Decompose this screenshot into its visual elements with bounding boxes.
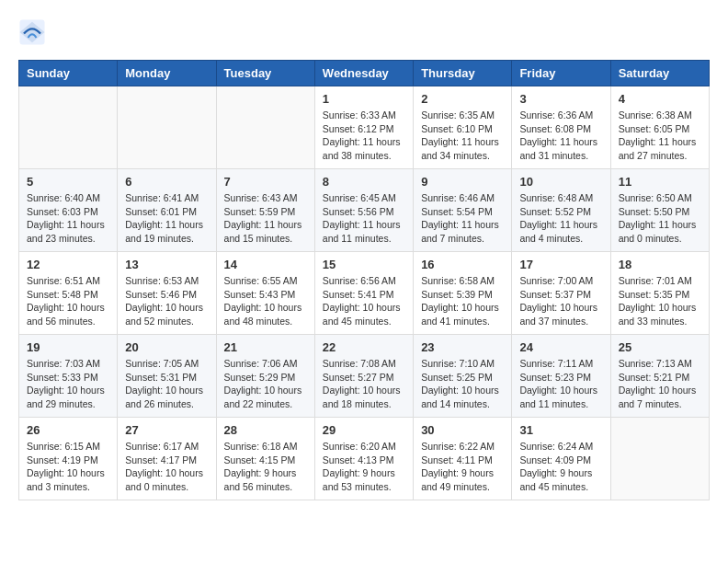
day-number: 13 — [125, 258, 208, 271]
day-info: Sunrise: 6:33 AM Sunset: 6:12 PM Dayligh… — [323, 109, 405, 163]
day-number: 27 — [125, 423, 208, 437]
day-number: 23 — [421, 340, 504, 354]
logo — [18, 18, 48, 46]
calendar-cell: 14Sunrise: 6:55 AM Sunset: 5:43 PM Dayli… — [216, 252, 314, 335]
day-number: 1 — [323, 92, 405, 106]
weekday-header-tuesday: Tuesday — [216, 61, 314, 86]
calendar-cell: 31Sunrise: 6:24 AM Sunset: 4:09 PM Dayli… — [512, 418, 610, 500]
day-number: 6 — [125, 175, 208, 189]
day-number: 20 — [125, 340, 208, 354]
day-info: Sunrise: 6:46 AM Sunset: 5:54 PM Dayligh… — [421, 191, 504, 246]
weekday-header-monday: Monday — [118, 61, 216, 86]
day-info: Sunrise: 6:18 AM Sunset: 4:15 PM Dayligh… — [224, 440, 307, 494]
day-number: 15 — [323, 258, 405, 271]
day-number: 21 — [224, 340, 307, 354]
week-row-3: 12Sunrise: 6:51 AM Sunset: 5:48 PM Dayli… — [19, 252, 710, 335]
calendar-cell: 29Sunrise: 6:20 AM Sunset: 4:13 PM Dayli… — [314, 418, 413, 500]
day-info: Sunrise: 7:05 AM Sunset: 5:31 PM Dayligh… — [125, 357, 208, 411]
day-number: 5 — [27, 175, 109, 189]
day-info: Sunrise: 6:48 AM Sunset: 5:52 PM Dayligh… — [519, 191, 602, 246]
day-info: Sunrise: 7:11 AM Sunset: 5:23 PM Dayligh… — [519, 357, 602, 411]
day-number: 25 — [619, 340, 701, 354]
day-info: Sunrise: 6:50 AM Sunset: 5:50 PM Dayligh… — [619, 191, 701, 246]
calendar-cell: 25Sunrise: 7:13 AM Sunset: 5:21 PM Dayli… — [610, 335, 709, 418]
calendar-cell: 12Sunrise: 6:51 AM Sunset: 5:48 PM Dayli… — [19, 252, 118, 335]
calendar-cell: 19Sunrise: 7:03 AM Sunset: 5:33 PM Dayli… — [19, 335, 118, 418]
day-number: 10 — [519, 175, 602, 189]
day-info: Sunrise: 6:58 AM Sunset: 5:39 PM Dayligh… — [421, 274, 504, 328]
weekday-header-sunday: Sunday — [19, 61, 118, 86]
day-info: Sunrise: 6:41 AM Sunset: 6:01 PM Dayligh… — [125, 191, 208, 246]
calendar-cell: 1Sunrise: 6:33 AM Sunset: 6:12 PM Daylig… — [314, 86, 413, 169]
weekday-header-saturday: Saturday — [610, 61, 709, 86]
calendar-cell: 22Sunrise: 7:08 AM Sunset: 5:27 PM Dayli… — [314, 335, 413, 418]
header-row: SundayMondayTuesdayWednesdayThursdayFrid… — [19, 61, 710, 86]
calendar-cell: 16Sunrise: 6:58 AM Sunset: 5:39 PM Dayli… — [414, 252, 512, 335]
calendar-cell — [118, 86, 216, 169]
calendar-cell: 10Sunrise: 6:48 AM Sunset: 5:52 PM Dayli… — [512, 169, 610, 252]
day-number: 3 — [519, 92, 602, 106]
week-row-4: 19Sunrise: 7:03 AM Sunset: 5:33 PM Dayli… — [19, 335, 710, 418]
day-number: 17 — [519, 258, 602, 271]
day-number: 2 — [421, 92, 504, 106]
day-info: Sunrise: 6:24 AM Sunset: 4:09 PM Dayligh… — [519, 440, 602, 494]
day-number: 29 — [323, 423, 405, 437]
day-info: Sunrise: 6:20 AM Sunset: 4:13 PM Dayligh… — [323, 440, 405, 494]
calendar-cell: 23Sunrise: 7:10 AM Sunset: 5:25 PM Dayli… — [414, 335, 512, 418]
calendar-cell: 21Sunrise: 7:06 AM Sunset: 5:29 PM Dayli… — [216, 335, 314, 418]
day-info: Sunrise: 7:10 AM Sunset: 5:25 PM Dayligh… — [421, 357, 504, 411]
day-info: Sunrise: 6:51 AM Sunset: 5:48 PM Dayligh… — [27, 274, 109, 328]
day-number: 11 — [619, 175, 701, 189]
day-info: Sunrise: 7:13 AM Sunset: 5:21 PM Dayligh… — [619, 357, 701, 411]
day-number: 18 — [619, 258, 701, 271]
day-number: 26 — [27, 423, 109, 437]
calendar-cell: 11Sunrise: 6:50 AM Sunset: 5:50 PM Dayli… — [610, 169, 709, 252]
calendar-cell: 3Sunrise: 6:36 AM Sunset: 6:08 PM Daylig… — [512, 86, 610, 169]
calendar-cell: 9Sunrise: 6:46 AM Sunset: 5:54 PM Daylig… — [414, 169, 512, 252]
calendar-cell: 24Sunrise: 7:11 AM Sunset: 5:23 PM Dayli… — [512, 335, 610, 418]
day-number: 12 — [27, 258, 109, 271]
day-number: 22 — [323, 340, 405, 354]
calendar-cell: 4Sunrise: 6:38 AM Sunset: 6:05 PM Daylig… — [610, 86, 709, 169]
day-info: Sunrise: 7:00 AM Sunset: 5:37 PM Dayligh… — [519, 274, 602, 328]
day-info: Sunrise: 6:36 AM Sunset: 6:08 PM Dayligh… — [519, 109, 602, 163]
day-number: 28 — [224, 423, 307, 437]
day-info: Sunrise: 6:55 AM Sunset: 5:43 PM Dayligh… — [224, 274, 307, 328]
day-info: Sunrise: 7:03 AM Sunset: 5:33 PM Dayligh… — [27, 357, 109, 411]
weekday-header-thursday: Thursday — [414, 61, 512, 86]
day-info: Sunrise: 7:01 AM Sunset: 5:35 PM Dayligh… — [619, 274, 701, 328]
day-number: 24 — [519, 340, 602, 354]
calendar-cell: 26Sunrise: 6:15 AM Sunset: 4:19 PM Dayli… — [19, 418, 118, 500]
calendar-cell: 13Sunrise: 6:53 AM Sunset: 5:46 PM Dayli… — [118, 252, 216, 335]
day-info: Sunrise: 6:43 AM Sunset: 5:59 PM Dayligh… — [224, 191, 307, 246]
logo-icon — [18, 18, 46, 46]
calendar-cell: 6Sunrise: 6:41 AM Sunset: 6:01 PM Daylig… — [118, 169, 216, 252]
day-info: Sunrise: 7:08 AM Sunset: 5:27 PM Dayligh… — [323, 357, 405, 411]
day-info: Sunrise: 6:40 AM Sunset: 6:03 PM Dayligh… — [27, 191, 109, 246]
calendar-cell — [19, 86, 118, 169]
week-row-1: 1Sunrise: 6:33 AM Sunset: 6:12 PM Daylig… — [19, 86, 710, 169]
day-info: Sunrise: 6:15 AM Sunset: 4:19 PM Dayligh… — [27, 440, 109, 494]
day-number: 16 — [421, 258, 504, 271]
page-header — [18, 18, 710, 46]
week-row-5: 26Sunrise: 6:15 AM Sunset: 4:19 PM Dayli… — [19, 418, 710, 500]
day-info: Sunrise: 7:06 AM Sunset: 5:29 PM Dayligh… — [224, 357, 307, 411]
calendar-cell: 2Sunrise: 6:35 AM Sunset: 6:10 PM Daylig… — [414, 86, 512, 169]
day-number: 4 — [619, 92, 701, 106]
calendar-cell: 17Sunrise: 7:00 AM Sunset: 5:37 PM Dayli… — [512, 252, 610, 335]
day-info: Sunrise: 6:38 AM Sunset: 6:05 PM Dayligh… — [619, 109, 701, 163]
week-row-2: 5Sunrise: 6:40 AM Sunset: 6:03 PM Daylig… — [19, 169, 710, 252]
calendar-cell — [216, 86, 314, 169]
weekday-header-wednesday: Wednesday — [314, 61, 413, 86]
weekday-header-friday: Friday — [512, 61, 610, 86]
day-info: Sunrise: 6:17 AM Sunset: 4:17 PM Dayligh… — [125, 440, 208, 494]
day-info: Sunrise: 6:22 AM Sunset: 4:11 PM Dayligh… — [421, 440, 504, 494]
calendar-cell: 27Sunrise: 6:17 AM Sunset: 4:17 PM Dayli… — [118, 418, 216, 500]
day-number: 14 — [224, 258, 307, 271]
calendar-cell: 8Sunrise: 6:45 AM Sunset: 5:56 PM Daylig… — [314, 169, 413, 252]
calendar-cell: 20Sunrise: 7:05 AM Sunset: 5:31 PM Dayli… — [118, 335, 216, 418]
day-number: 19 — [27, 340, 109, 354]
day-info: Sunrise: 6:53 AM Sunset: 5:46 PM Dayligh… — [125, 274, 208, 328]
day-number: 9 — [421, 175, 504, 189]
calendar-table: SundayMondayTuesdayWednesdayThursdayFrid… — [18, 60, 710, 500]
